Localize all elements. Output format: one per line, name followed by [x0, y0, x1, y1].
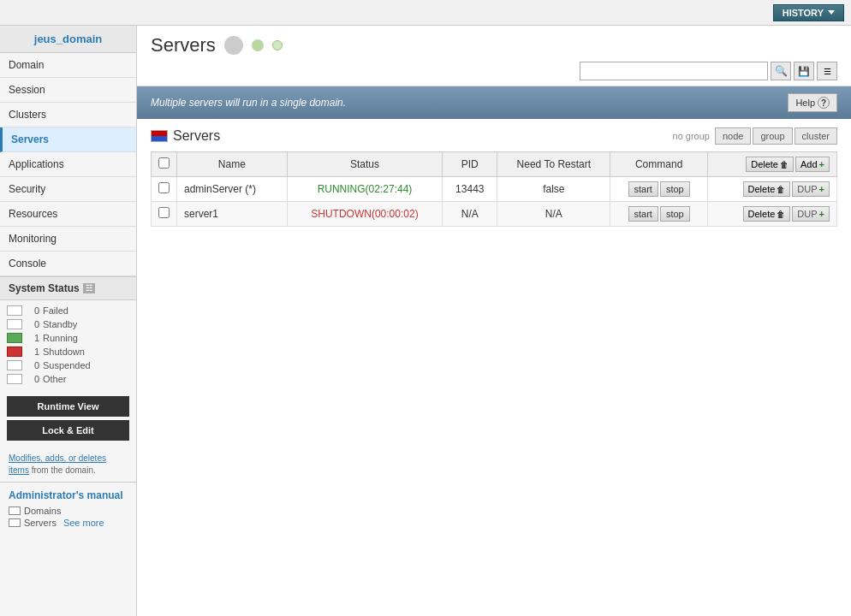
search-button[interactable]: 🔍: [771, 62, 791, 80]
row2-start-button[interactable]: start: [628, 206, 658, 222]
admin-link-domains[interactable]: Domains: [9, 505, 128, 517]
servers-table: Name Status PID Need To Restart Command …: [151, 151, 837, 227]
sidebar-item-monitoring[interactable]: Monitoring: [0, 227, 136, 252]
status-count-suspended: 0: [26, 360, 39, 370]
row1-row-actions: Delete 🗑 DUP +: [707, 177, 836, 202]
row2-delete-label: Delete: [748, 209, 776, 219]
status-row-suspended: 0 Suspended: [7, 358, 129, 372]
sidebar-item-security[interactable]: Security: [0, 177, 136, 202]
status-count-other: 0: [26, 374, 39, 384]
th-name: Name: [177, 152, 288, 177]
row2-dup-button[interactable]: DUP +: [792, 206, 830, 222]
deco-circle-1: [224, 36, 243, 55]
row1-need-restart: false: [497, 177, 610, 202]
runtime-view-button[interactable]: Runtime View: [7, 396, 129, 417]
sidebar-buttons: Runtime View Lock & Edit: [0, 389, 136, 447]
sidebar: jeus_domain Domain Session Clusters Serv…: [0, 26, 137, 616]
upload-button[interactable]: 💾: [794, 62, 814, 80]
admin-manual-title: Administrator's manual: [9, 489, 128, 501]
row1-name: adminServer (*): [177, 177, 288, 202]
status-count-failed: 0: [26, 305, 39, 316]
sidebar-item-session[interactable]: Session: [0, 78, 136, 103]
select-all-checkbox[interactable]: [158, 157, 170, 169]
settings-icon: ☰: [824, 67, 831, 76]
th-pid: PID: [443, 152, 497, 177]
row2-name: server1: [177, 202, 288, 227]
sidebar-item-applications[interactable]: Applications: [0, 152, 136, 177]
row1-dup-label: DUP: [797, 184, 817, 194]
status-row-standby: 0 Standby: [7, 317, 129, 331]
row2-command: start stop: [610, 202, 708, 227]
see-more-link[interactable]: See more: [63, 518, 104, 528]
admin-manual-label: Administrator's manual: [9, 489, 123, 501]
row1-stop-button[interactable]: stop: [660, 181, 690, 197]
sidebar-item-domain[interactable]: Domain: [0, 53, 136, 78]
row1-pid: 13443: [443, 177, 497, 202]
content-area: Servers 🔍 💾 ☰ Multiple servers will: [137, 26, 851, 616]
history-button[interactable]: HISTORY: [773, 4, 844, 21]
th-need-restart: Need To Restart: [497, 152, 610, 177]
view-group-button[interactable]: group: [753, 127, 792, 145]
th-actions: Delete 🗑 Add +: [707, 152, 836, 177]
row1-start-button[interactable]: start: [628, 181, 658, 197]
help-label: Help: [795, 98, 815, 108]
view-node-button[interactable]: node: [715, 127, 751, 145]
servers-link-icon: [9, 518, 21, 527]
domain-title: jeus_domain: [0, 26, 136, 53]
page-title: Servers: [151, 34, 216, 56]
row1-dup-button[interactable]: DUP +: [792, 181, 830, 197]
view-cluster-button[interactable]: cluster: [794, 127, 837, 145]
help-button[interactable]: Help ?: [788, 93, 837, 112]
section-flag-icon: [151, 130, 168, 142]
status-count-running: 1: [26, 333, 39, 343]
help-question-icon: ?: [818, 97, 830, 109]
status-count-shutdown: 1: [26, 346, 39, 357]
sidebar-item-console[interactable]: Console: [0, 252, 136, 276]
sidebar-note: Modifies, adds, or deletes items from th…: [0, 447, 136, 482]
status-label-other: Other: [43, 374, 67, 384]
sidebar-item-resources[interactable]: Resources: [0, 202, 136, 227]
status-list: 0 Failed 0 Standby 1 Running 1 Shutdown …: [0, 300, 136, 389]
status-row-shutdown: 1 Shutdown: [7, 345, 129, 358]
domains-link-label: Domains: [24, 506, 61, 516]
info-banner: Multiple servers will run in a single do…: [137, 86, 851, 119]
search-icon: 🔍: [775, 65, 788, 77]
row2-dup-label: DUP: [797, 209, 817, 219]
system-status-label: System Status: [9, 282, 80, 294]
row1-delete-button[interactable]: Delete 🗑: [743, 181, 791, 197]
system-status-header: System Status ☷: [0, 276, 136, 300]
search-input[interactable]: [580, 62, 768, 80]
row2-delete-button[interactable]: Delete 🗑: [743, 206, 791, 222]
row1-checkbox[interactable]: [158, 182, 170, 193]
servers-link-label: Servers: [24, 518, 57, 528]
settings-button[interactable]: ☰: [817, 62, 837, 80]
row2-row-actions: Delete 🗑 DUP +: [707, 202, 836, 227]
deco-circle-2: [252, 39, 264, 51]
th-checkbox: [152, 152, 177, 177]
status-box-failed: [7, 305, 22, 316]
table-delete-icon: 🗑: [780, 160, 789, 169]
status-box-suspended: [7, 360, 22, 370]
row2-stop-button[interactable]: stop: [660, 206, 690, 222]
table-delete-button[interactable]: Delete 🗑: [746, 157, 794, 172]
section-title-label: Servers: [173, 128, 220, 144]
status-row-failed: 0 Failed: [7, 304, 129, 317]
status-label-shutdown: Shutdown: [43, 346, 85, 357]
status-row-running: 1 Running: [7, 331, 129, 345]
admin-manual: Administrator's manual Domains Servers S…: [0, 482, 136, 536]
row2-checkbox[interactable]: [158, 207, 170, 218]
row2-pid: N/A: [443, 202, 497, 227]
sidebar-item-servers[interactable]: Servers: [0, 127, 136, 152]
lock-edit-button[interactable]: Lock & Edit: [7, 420, 129, 441]
system-status-icon: ☷: [83, 283, 95, 293]
admin-link-servers[interactable]: Servers See more: [9, 517, 128, 529]
table-add-button[interactable]: Add +: [795, 157, 830, 172]
row1-delete-label: Delete: [748, 184, 776, 194]
th-status: Status: [287, 152, 442, 177]
upload-icon: 💾: [798, 66, 810, 77]
sidebar-item-clusters[interactable]: Clusters: [0, 103, 136, 127]
status-label-suspended: Suspended: [43, 360, 91, 370]
row2-dup-icon: +: [819, 209, 824, 219]
info-banner-text: Multiple servers will run in a single do…: [151, 97, 346, 109]
servers-section: Servers no group node group cluster Name…: [137, 119, 851, 616]
